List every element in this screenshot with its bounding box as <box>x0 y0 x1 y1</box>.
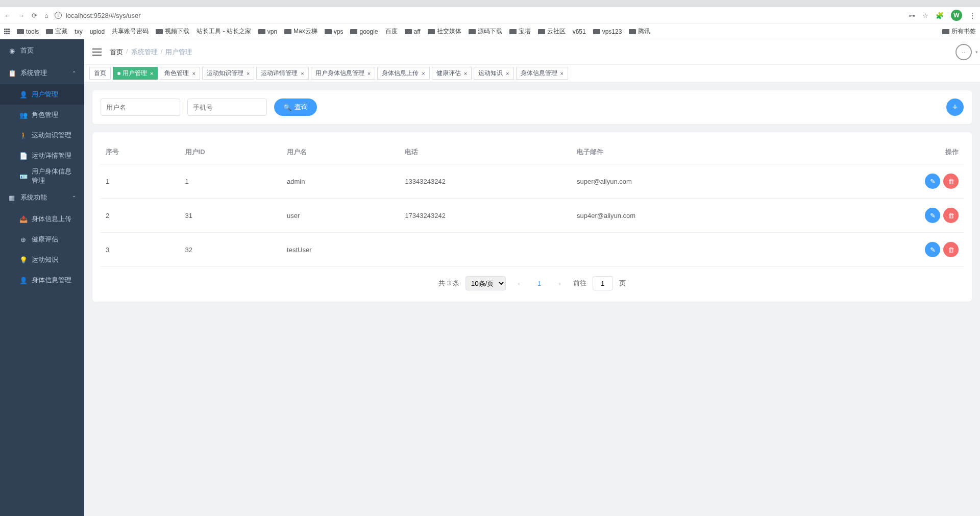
address-bar: ← → ⟳ ⌂ i localhost:9528/#/sys/user ⊶ ☆ … <box>0 7 980 23</box>
sidebar-item-exercise-knowledge2[interactable]: 💡运动知识 <box>0 250 84 270</box>
extensions-icon[interactable]: 🧩 <box>936 12 944 19</box>
close-icon[interactable]: × <box>192 70 195 77</box>
delete-button[interactable]: 🗑 <box>943 208 959 223</box>
bookmark-item[interactable]: 视频下载 <box>156 27 189 36</box>
bookmark-item[interactable]: uplod <box>90 28 105 35</box>
hamburger-icon[interactable] <box>92 48 102 56</box>
bookmark-item[interactable]: v651 <box>573 28 586 35</box>
sidebar-item-health-eval[interactable]: ⊕健康评估 <box>0 229 84 250</box>
bookmark-item[interactable]: 社交媒体 <box>428 27 461 36</box>
sidebar-home[interactable]: ◉首页 <box>0 39 84 62</box>
tag-exercise-detail[interactable]: 运动详情管理× <box>256 67 308 80</box>
reload-icon[interactable]: ⟳ <box>32 12 37 19</box>
search-button[interactable]: 🔍查询 <box>274 99 317 116</box>
tag-exercise-knowledge[interactable]: 运动知识管理× <box>202 67 254 80</box>
table-panel: 序号 用户ID 用户名 电话 电子邮件 操作 1 1 admin 1334324… <box>92 132 972 302</box>
tag-health-eval[interactable]: 健康评估× <box>432 67 472 80</box>
plus-icon: + <box>952 102 958 113</box>
bookmark-star-icon[interactable]: ☆ <box>922 12 928 19</box>
bookmark-item[interactable]: tools <box>17 28 39 35</box>
sidebar-sys-mgmt[interactable]: 📋系统管理⌃ <box>0 62 84 84</box>
trash-icon: 🗑 <box>948 178 954 185</box>
bookmark-item[interactable]: 宝塔 <box>509 27 531 36</box>
person-icon: 👤 <box>19 277 27 284</box>
tag-user-mgmt[interactable]: 用户管理× <box>113 67 158 80</box>
bookmark-item[interactable]: 共享账号密码 <box>112 27 149 36</box>
bookmark-item[interactable]: google <box>350 28 378 35</box>
tag-exercise-knowledge2[interactable]: 运动知识× <box>474 67 513 80</box>
close-icon[interactable]: × <box>368 70 371 77</box>
tag-body-mgmt[interactable]: 身体信息管理× <box>516 67 568 80</box>
sidebar-item-body-info[interactable]: 🪪用户身体信息管理 <box>0 166 84 186</box>
bookmark-item[interactable]: aff <box>405 28 421 35</box>
close-icon[interactable]: × <box>464 70 467 77</box>
site-info-icon[interactable]: i <box>55 12 62 19</box>
add-button[interactable]: + <box>946 99 964 116</box>
close-icon[interactable]: × <box>422 70 425 77</box>
sidebar-item-user-mgmt[interactable]: 👤用户管理 <box>0 84 84 105</box>
all-bookmarks[interactable]: 所有书签 <box>942 27 976 36</box>
edit-icon: ✎ <box>930 178 936 185</box>
bookmark-item[interactable]: Max云梯 <box>284 27 317 36</box>
sidebar-item-exercise-detail[interactable]: 📄运动详情管理 <box>0 145 84 166</box>
sidebar-sys-func[interactable]: ▦系统功能⌃ <box>0 186 84 209</box>
browser-menu-icon[interactable]: ⋮ <box>969 12 976 19</box>
page-number[interactable]: 1 <box>532 276 547 290</box>
breadcrumb-home[interactable]: 首页 <box>110 47 123 57</box>
sidebar-item-body-mgmt[interactable]: 👤身体信息管理 <box>0 270 84 290</box>
users-icon: 👥 <box>19 111 27 119</box>
edit-button[interactable]: ✎ <box>925 174 940 189</box>
edit-icon: ✎ <box>930 246 936 254</box>
url-text[interactable]: localhost:9528/#/sys/user <box>66 12 141 19</box>
close-icon[interactable]: × <box>247 70 250 77</box>
edit-button[interactable]: ✎ <box>925 208 940 223</box>
page-size-select[interactable]: 10条/页 <box>465 276 506 290</box>
goto-input[interactable] <box>593 276 613 290</box>
apps-icon[interactable] <box>4 29 10 34</box>
trash-icon: 🗑 <box>948 212 954 219</box>
th-op: 操作 <box>805 140 964 164</box>
home-icon[interactable]: ⌂ <box>44 12 48 19</box>
th-phone: 电话 <box>400 140 572 164</box>
close-icon[interactable]: × <box>506 70 509 77</box>
close-icon[interactable]: × <box>560 70 564 77</box>
tag-body-info[interactable]: 用户身体信息管理× <box>311 67 375 80</box>
person-icon: 🚶 <box>19 132 27 139</box>
bookmark-item[interactable]: vps123 <box>593 28 622 35</box>
phone-input[interactable] <box>187 99 267 116</box>
tag-body-upload[interactable]: 身体信息上传× <box>377 67 429 80</box>
bookmark-item[interactable]: 百度 <box>385 27 398 36</box>
back-icon[interactable]: ← <box>4 12 11 19</box>
bookmark-item[interactable]: txy <box>75 28 82 35</box>
sidebar: ◉首页 📋系统管理⌃ 👤用户管理 👥角色管理 🚶运动知识管理 📄运动详情管理 🪪… <box>0 39 84 516</box>
forward-icon[interactable]: → <box>18 12 24 19</box>
bookmark-item[interactable]: vpn <box>258 28 277 35</box>
close-icon[interactable]: × <box>301 70 304 77</box>
chevron-up-icon: ⌃ <box>72 70 76 76</box>
next-page-button[interactable]: › <box>553 276 567 290</box>
prev-page-button[interactable]: ‹ <box>512 276 526 290</box>
sidebar-item-exercise-knowledge[interactable]: 🚶运动知识管理 <box>0 125 84 145</box>
bookmark-item[interactable]: 腾讯 <box>629 27 650 36</box>
bookmark-item[interactable]: 云社区 <box>538 27 566 36</box>
bookmark-item[interactable]: 站长工具 - 站长之家 <box>197 27 251 36</box>
th-email: 电子邮件 <box>572 140 805 164</box>
list-icon: 📄 <box>19 152 27 160</box>
delete-button[interactable]: 🗑 <box>943 242 959 257</box>
bookmark-item[interactable]: vps <box>325 28 344 35</box>
tag-home[interactable]: 首页 <box>89 67 111 80</box>
tag-role-mgmt[interactable]: 角色管理× <box>160 67 200 80</box>
user-avatar[interactable]: ·· <box>955 44 972 60</box>
delete-button[interactable]: 🗑 <box>943 174 959 189</box>
bookmark-item[interactable]: 源码下载 <box>469 27 502 36</box>
profile-avatar[interactable]: W <box>951 10 962 21</box>
sidebar-item-body-upload[interactable]: 📤身体信息上传 <box>0 209 84 229</box>
th-seq: 序号 <box>101 140 180 164</box>
table-row: 1 1 admin 13343243242 super@aliyun.com ✎… <box>101 164 964 199</box>
bookmark-item[interactable]: 宝藏 <box>46 27 67 36</box>
key-icon[interactable]: ⊶ <box>909 12 915 19</box>
username-input[interactable] <box>101 99 180 116</box>
close-icon[interactable]: × <box>150 70 153 77</box>
edit-button[interactable]: ✎ <box>925 242 940 257</box>
sidebar-item-role-mgmt[interactable]: 👥角色管理 <box>0 105 84 125</box>
